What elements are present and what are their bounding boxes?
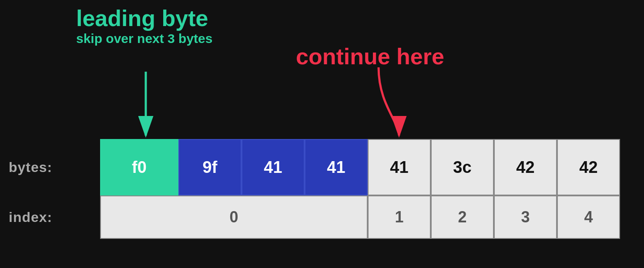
byte-cell-42-1: 42 (494, 139, 557, 195)
byte-cell-f0: f0 (100, 139, 178, 195)
byte-cell-41-3: 41 (368, 139, 431, 195)
byte-cell-9f: 9f (178, 139, 242, 195)
leading-byte-label: leading byte (76, 6, 208, 31)
byte-cell-41-1: 41 (242, 139, 305, 195)
byte-table: bytes: f0 9f 41 41 41 3c 42 42 index: 0 … (100, 139, 609, 239)
red-curve-arrow (379, 67, 399, 136)
index-cell-1: 1 (368, 195, 431, 239)
byte-cell-41-2: 41 (305, 139, 368, 195)
index-row: 0 1 2 3 4 (100, 195, 620, 239)
byte-cell-3c: 3c (431, 139, 494, 195)
continue-label: continue here (296, 43, 444, 69)
index-cell-4: 4 (557, 195, 620, 239)
index-cell-2: 2 (431, 195, 494, 239)
index-row-label: index: (9, 209, 52, 225)
index-cell-0: 0 (100, 195, 368, 239)
diagram-container: leading byte skip over next 3 bytes cont… (0, 0, 644, 268)
byte-cell-42-2: 42 (557, 139, 620, 195)
bytes-row: f0 9f 41 41 41 3c 42 42 (100, 139, 620, 195)
index-cell-3: 3 (494, 195, 557, 239)
bytes-row-label: bytes: (9, 159, 52, 175)
skip-label: skip over next 3 bytes (76, 31, 212, 46)
